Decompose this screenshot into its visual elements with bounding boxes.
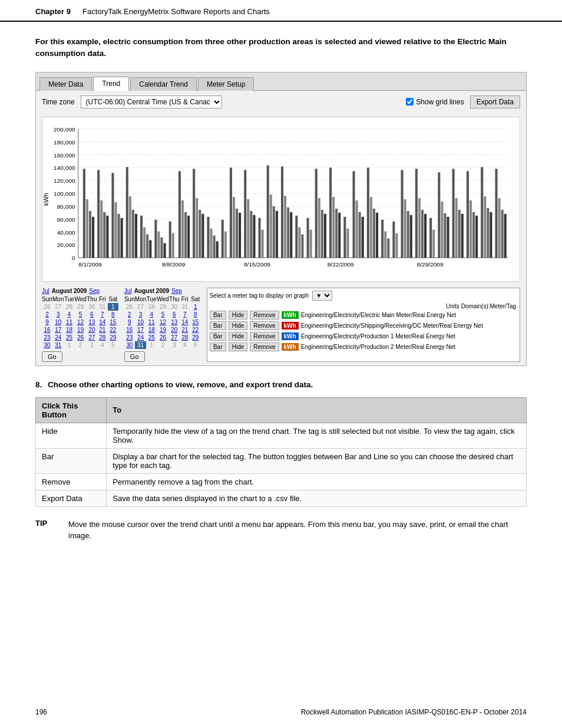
remove-button-4[interactable]: Remove: [250, 342, 279, 351]
svg-rect-31: [83, 169, 85, 258]
svg-text:200,000: 200,000: [54, 126, 75, 132]
remove-button-1[interactable]: Remove: [250, 311, 279, 319]
svg-rect-146: [504, 213, 507, 257]
svg-rect-101: [338, 212, 340, 257]
svg-rect-120: [410, 215, 412, 257]
svg-rect-113: [384, 231, 386, 258]
svg-rect-66: [210, 228, 213, 258]
svg-rect-86: [284, 196, 286, 258]
svg-rect-126: [432, 229, 435, 258]
svg-rect-108: [367, 167, 369, 258]
table-row: Remove Permanently remove a tag from the…: [36, 473, 527, 490]
bar-button-1[interactable]: Bar: [210, 311, 226, 319]
svg-rect-61: [193, 169, 195, 258]
svg-rect-55: [169, 221, 171, 258]
svg-rect-83: [273, 206, 275, 257]
cal-1-prev[interactable]: Jul: [42, 288, 49, 294]
table-cell-description: Temporarily hide the view of a tag on th…: [107, 423, 527, 448]
tag-panel-label: Select a meter tag to display on graph: [210, 292, 309, 299]
svg-text:100,000: 100,000: [54, 190, 75, 197]
remove-button-3[interactable]: Remove: [250, 332, 279, 341]
svg-rect-39: [111, 173, 114, 258]
svg-rect-45: [132, 209, 134, 257]
cal-2-go-button[interactable]: Go: [124, 351, 145, 362]
hide-button-1[interactable]: Hide: [229, 311, 248, 319]
svg-rect-139: [481, 167, 483, 258]
cal-2-day-31[interactable]: 31: [135, 341, 146, 349]
svg-rect-129: [444, 213, 446, 257]
svg-rect-117: [401, 170, 404, 258]
svg-rect-38: [106, 215, 108, 257]
export-data-button[interactable]: Export Data: [470, 95, 520, 108]
tip-label: TIP: [35, 519, 59, 542]
svg-rect-56: [172, 233, 174, 258]
remove-button-2[interactable]: Remove: [250, 321, 279, 330]
chapter-title: FactoryTalk EnergyMetrix Software Report…: [82, 7, 270, 16]
svg-rect-36: [100, 200, 103, 257]
cal-2-next[interactable]: Sep: [171, 288, 182, 294]
svg-rect-64: [201, 213, 204, 257]
tag-row-1: Bar Hide Remove kWh Engineering/Electric…: [210, 311, 517, 319]
table-cell-description: Save the data series displayed in the ch…: [107, 490, 527, 506]
cal-1-day-1[interactable]: 1: [108, 303, 118, 311]
svg-text:60,000: 60,000: [57, 216, 75, 222]
svg-rect-87: [287, 207, 289, 257]
svg-rect-65: [207, 216, 209, 258]
svg-rect-62: [196, 198, 198, 258]
bar-button-2[interactable]: Bar: [210, 321, 226, 330]
show-gridlines-checkbox[interactable]: [406, 98, 414, 106]
svg-rect-118: [404, 199, 406, 258]
svg-rect-115: [392, 221, 395, 258]
cal-2-prev[interactable]: Jul: [124, 288, 132, 294]
svg-rect-90: [298, 227, 300, 258]
svg-rect-32: [86, 199, 88, 258]
svg-rect-102: [343, 216, 346, 258]
svg-rect-128: [441, 201, 443, 257]
main-content: For this example, electric consumption f…: [0, 22, 562, 554]
cal-1-go-button[interactable]: Go: [42, 351, 62, 362]
svg-rect-44: [129, 196, 131, 258]
svg-rect-82: [270, 195, 272, 258]
cal-1-nav: Jul August 2009 Sep: [42, 288, 118, 294]
cal-1-day[interactable]: 2: [42, 311, 52, 318]
bar-button-3[interactable]: Bar: [210, 332, 226, 341]
svg-rect-71: [230, 167, 232, 258]
svg-rect-100: [335, 208, 338, 257]
hide-button-2[interactable]: Hide: [229, 321, 248, 330]
tab-calendar-trend[interactable]: Calendar Trend: [130, 77, 197, 91]
cal-1-next[interactable]: Sep: [89, 288, 100, 294]
svg-rect-49: [146, 234, 148, 258]
svg-rect-106: [359, 212, 361, 257]
tag-panel-select[interactable]: ▼: [312, 291, 332, 301]
kwh-badge-3: kWh: [282, 332, 299, 340]
timezone-select[interactable]: (UTC-06:00) Central Time (US & Canada): [81, 95, 222, 108]
svg-rect-109: [370, 197, 372, 258]
hide-button-3[interactable]: Hide: [229, 332, 248, 341]
svg-text:8/1/2009: 8/1/2009: [78, 261, 102, 268]
tab-meter-setup[interactable]: Meter Setup: [198, 77, 254, 91]
svg-rect-131: [452, 169, 455, 258]
show-gridlines-label[interactable]: Show grid lines: [406, 98, 464, 106]
svg-rect-142: [490, 212, 492, 257]
cal-1-grid: SunMonTueWedThuFriSat 262728293031 1 234…: [42, 295, 118, 349]
toolbar-row: Time zone (UTC-06:00) Central Time (US &…: [36, 91, 526, 113]
svg-rect-54: [164, 243, 166, 258]
table-col2-header: To: [107, 397, 527, 423]
svg-rect-144: [498, 198, 501, 258]
svg-rect-123: [421, 209, 424, 257]
bar-button-4[interactable]: Bar: [210, 342, 226, 351]
cal-2-go: Go: [124, 351, 201, 362]
tab-meter-data[interactable]: Meter Data: [39, 77, 92, 91]
hide-button-4[interactable]: Hide: [229, 342, 248, 351]
svg-rect-96: [321, 209, 323, 257]
svg-rect-136: [470, 200, 472, 257]
svg-rect-121: [415, 169, 418, 258]
cal-2-nav: Jul August 2009 Sep: [124, 288, 201, 294]
svg-rect-75: [244, 170, 246, 258]
table-row: Export Data Save the data series display…: [36, 490, 527, 506]
page-number: 196: [35, 708, 47, 716]
tag-name-4: Engineering/Electricity/Production 2 Met…: [301, 343, 455, 351]
svg-rect-91: [301, 234, 303, 258]
tab-trend[interactable]: Trend: [93, 77, 129, 91]
chapter-label: Chapter 9: [35, 7, 71, 16]
